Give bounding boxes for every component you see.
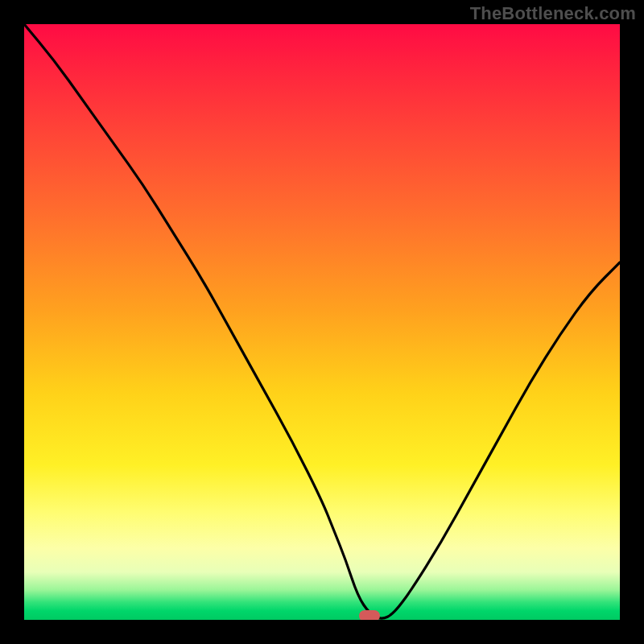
optimal-point-marker <box>359 610 380 620</box>
bottleneck-curve <box>24 24 620 620</box>
watermark-text: TheBottleneck.com <box>470 3 636 24</box>
plot-area <box>24 24 620 620</box>
chart-frame: TheBottleneck.com <box>0 0 644 644</box>
